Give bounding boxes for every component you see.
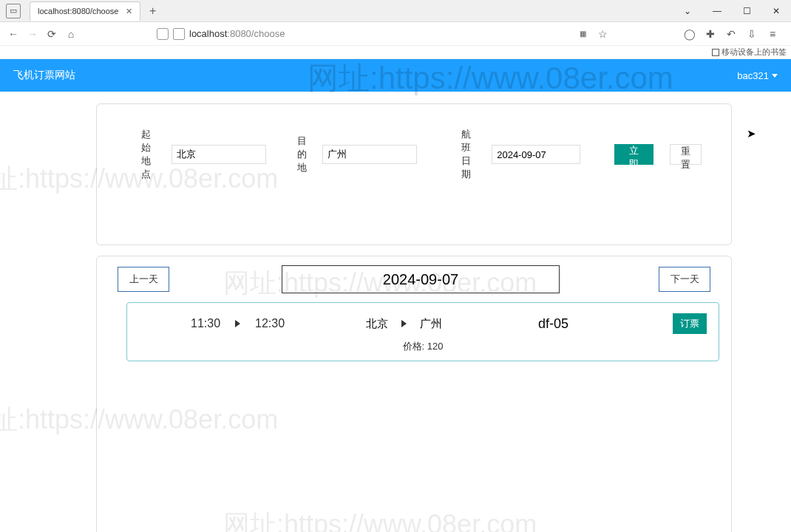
book-button[interactable]: 订票 <box>673 313 707 334</box>
mouse-cursor-icon: ➤ <box>747 127 756 140</box>
reload-button[interactable]: ⟳ <box>44 27 59 41</box>
site-info-icon[interactable] <box>173 28 185 40</box>
search-form-row: 起始地点 目的地 航班日期 立即提交 重置 <box>141 128 702 181</box>
close-window-button[interactable]: ✕ <box>761 0 791 22</box>
new-tab-button[interactable]: + <box>149 4 156 18</box>
flight-list: 11:30 12:30 北京 广州 df-05 订票 价格: 120 <box>126 302 719 361</box>
username-label: bac321 <box>737 70 769 81</box>
back-button[interactable]: ← <box>6 27 21 41</box>
mobile-icon <box>712 49 719 56</box>
url-text: localhost:8080/choose <box>189 28 285 39</box>
price-label: 价格: <box>403 341 425 352</box>
departure-time: 11:30 <box>191 317 220 330</box>
qr-icon[interactable]: ▦ <box>575 27 588 41</box>
route-dest: 广州 <box>420 317 442 331</box>
site-title: 飞机订票网站 <box>13 69 75 82</box>
app-header: 飞机订票网站 网址:https://www.08er.com bac321 <box>0 59 791 92</box>
tab-title: localhost:8080/choose <box>38 7 118 16</box>
flight-number: df-05 <box>538 316 568 332</box>
route-origin: 北京 <box>366 317 388 331</box>
mobile-bookmarks-label: 移动设备上的书签 <box>722 47 787 58</box>
arrow-right-icon <box>235 320 240 327</box>
home-button[interactable]: ⌂ <box>64 27 78 41</box>
prev-day-button[interactable]: 上一天 <box>118 267 169 292</box>
price-value: 120 <box>427 341 444 352</box>
mobile-bookmarks-link[interactable]: 移动设备上的书签 <box>712 47 787 58</box>
user-menu[interactable]: bac321 <box>737 70 778 81</box>
minimize-button[interactable]: — <box>702 0 732 22</box>
bookmarks-bar: 移动设备上的书签 <box>0 46 791 59</box>
browser-tab[interactable]: localhost:8080/choose ✕ <box>30 1 140 21</box>
account-icon[interactable]: ◯ <box>683 27 696 41</box>
chevron-down-icon <box>772 74 778 78</box>
extensions-icon[interactable]: ✚ <box>704 27 717 41</box>
flight-card: 11:30 12:30 北京 广州 df-05 订票 价格: 120 <box>126 302 719 361</box>
flight-time: 11:30 12:30 <box>191 317 285 330</box>
origin-input[interactable] <box>172 145 266 164</box>
window-controls: ⌄ — ☐ ✕ <box>673 0 791 22</box>
date-input[interactable] <box>492 145 580 164</box>
address-toolbar: ← → ⟳ ⌂ localhost:8080/choose ▦ ☆ ◯ ✚ ↶ … <box>0 22 791 46</box>
submit-button[interactable]: 立即提交 <box>614 144 653 165</box>
chevron-down-icon[interactable]: ⌄ <box>673 0 702 22</box>
close-tab-icon[interactable]: ✕ <box>126 7 132 16</box>
forward-button[interactable]: → <box>25 27 40 41</box>
page-content: 网址:https://www.08er.com 网址:https://www.0… <box>0 92 791 532</box>
menu-icon[interactable]: ≡ <box>766 27 779 41</box>
bookmark-star-icon[interactable]: ☆ <box>596 27 609 41</box>
next-day-button[interactable]: 下一天 <box>659 267 710 292</box>
date-label: 航班日期 <box>461 128 480 181</box>
browser-titlebar: ▭ localhost:8080/choose ✕ + ⌄ — ☐ ✕ <box>0 0 791 22</box>
url-bar[interactable]: localhost:8080/choose <box>157 28 571 40</box>
arrival-time: 12:30 <box>255 317 285 330</box>
sidebar-toggle-icon[interactable]: ▭ <box>6 4 21 18</box>
shield-icon[interactable] <box>157 28 169 40</box>
flight-route: 北京 广州 <box>366 317 442 331</box>
results-panel: 上一天 2024-09-07 下一天 11:30 12:30 北京 广州 <box>96 256 732 532</box>
current-date-display: 2024-09-07 <box>282 265 560 293</box>
date-navigation: 上一天 2024-09-07 下一天 <box>109 265 719 293</box>
dest-label: 目的地 <box>297 134 311 174</box>
download-icon[interactable]: ⇩ <box>745 27 758 41</box>
undo-icon[interactable]: ↶ <box>724 27 738 41</box>
search-panel: 起始地点 目的地 航班日期 立即提交 重置 <box>96 103 732 245</box>
dest-input[interactable] <box>322 145 417 164</box>
maximize-button[interactable]: ☐ <box>732 0 761 22</box>
reset-button[interactable]: 重置 <box>670 144 702 165</box>
origin-label: 起始地点 <box>141 128 160 181</box>
flight-price: 价格: 120 <box>139 340 707 353</box>
arrow-right-icon <box>401 320 407 327</box>
toolbar-right-icons: ▦ ☆ ◯ ✚ ↶ ⇩ ≡ <box>575 27 785 41</box>
